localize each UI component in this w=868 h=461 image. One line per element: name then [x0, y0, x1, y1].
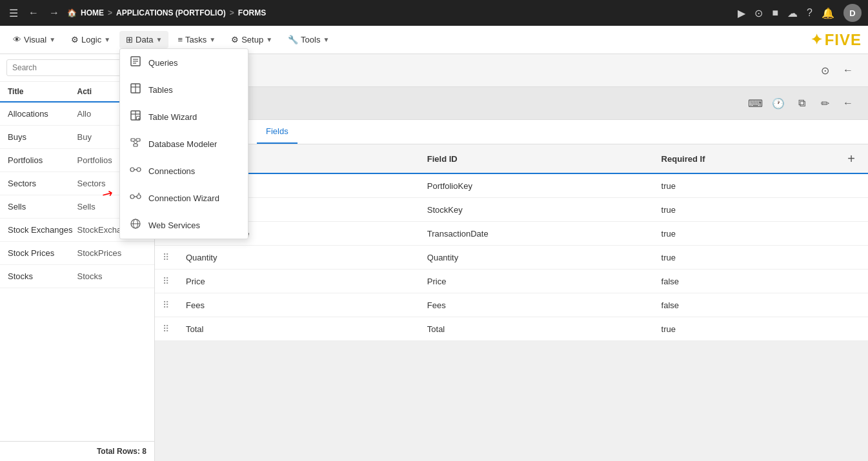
- top-bar: ☰ ← → 🏠 HOME > APPLICATIONS (PORTFOLIO) …: [0, 0, 868, 26]
- item-title: Portfolios: [8, 155, 77, 165]
- hamburger-icon[interactable]: ☰: [6, 5, 21, 22]
- svg-rect-13: [136, 139, 140, 141]
- nav-setup[interactable]: ⚙ Setup ▼: [225, 31, 279, 48]
- menu-table-wizard-label: Table Wizard: [148, 112, 197, 122]
- table-row: ⠿ Stock StockKey true: [155, 198, 868, 222]
- menu-connection-wizard[interactable]: ✦ Connection Wizard ↗: [120, 184, 248, 211]
- table-row: ⠿ Quantity Quantity true: [155, 246, 868, 270]
- field-id-cell: Price: [419, 270, 654, 293]
- menu-connections[interactable]: Connections: [120, 157, 248, 184]
- sep1: >: [108, 8, 112, 17]
- right-panel: Buys ⊙ ← General ⌨ 🕐 ⧉ ✏ ← General Event…: [155, 54, 868, 461]
- nav-tools-label: Tools: [301, 35, 320, 44]
- tasks-icon: ≡: [177, 35, 183, 44]
- field-id-cell: Fees: [419, 293, 654, 317]
- add-col-header: +: [834, 144, 868, 173]
- field-id-header: Field ID: [419, 144, 654, 173]
- list-item[interactable]: Stock Prices StockPrices: [0, 242, 154, 265]
- back-nav-icon[interactable]: ⊙: [815, 61, 834, 80]
- menu-connection-wizard-label: Connection Wizard: [148, 193, 219, 203]
- data-dropdown-menu: Queries Tables: [119, 48, 248, 239]
- back-icon[interactable]: ←: [26, 5, 41, 21]
- drag-handle[interactable]: ⠿: [163, 300, 169, 310]
- field-id-cell: Total: [419, 317, 654, 341]
- required-if-cell: true: [654, 198, 834, 222]
- logo-star: ✦: [811, 32, 822, 48]
- required-if-cell: true: [654, 246, 834, 270]
- list-item[interactable]: Stocks Stocks: [0, 265, 154, 288]
- breadcrumb-app[interactable]: APPLICATIONS (PORTFOLIO): [116, 8, 226, 17]
- visual-caret: ▼: [49, 36, 56, 43]
- logo-text: FIVE: [825, 31, 862, 49]
- breadcrumb: 🏠 HOME > APPLICATIONS (PORTFOLIO) > FORM…: [67, 8, 266, 17]
- svg-text:✦: ✦: [137, 191, 140, 195]
- help-icon[interactable]: ?: [807, 7, 812, 19]
- forward-icon[interactable]: →: [46, 5, 62, 21]
- nav-logic[interactable]: ⚙ Logic ▼: [65, 31, 117, 48]
- caption-cell: Price: [178, 270, 419, 293]
- menu-web-services-label: Web Services: [148, 221, 200, 230]
- list-footer: Total Rows: 8: [0, 441, 154, 461]
- edit-icon[interactable]: ✏: [815, 93, 834, 113]
- tables-icon: [129, 83, 142, 97]
- field-id-cell: Quantity: [419, 246, 654, 270]
- secondary-nav: 👁 Visual ▼ ⚙ Logic ▼ ⊞ Data ▼: [0, 26, 868, 54]
- required-if-cell: true: [654, 222, 834, 246]
- avatar[interactable]: D: [843, 4, 862, 22]
- svg-line-15: [133, 141, 136, 144]
- stop-icon[interactable]: ■: [772, 7, 778, 19]
- nav-setup-label: Setup: [241, 35, 263, 44]
- nav-visual[interactable]: 👁 Visual ▼: [6, 31, 62, 48]
- nav-tasks-label: Tasks: [185, 35, 207, 44]
- item-title: Allocations: [8, 109, 77, 119]
- prev-icon[interactable]: ←: [838, 61, 858, 80]
- breadcrumb-home[interactable]: HOME: [81, 8, 104, 17]
- copy-icon[interactable]: ⧉: [792, 93, 811, 113]
- play-icon[interactable]: ▶: [738, 7, 745, 19]
- right-header-actions: ⊙ ←: [815, 61, 858, 80]
- col-title-header: Title: [8, 87, 77, 96]
- home-icon: 🏠: [67, 8, 77, 17]
- menu-tables[interactable]: Tables: [120, 76, 248, 103]
- web-services-icon: [129, 218, 142, 232]
- total-rows: Total Rows: 8: [97, 447, 146, 456]
- menu-web-services[interactable]: Web Services: [120, 211, 248, 239]
- table-row: ⠿ Total Total true: [155, 317, 868, 341]
- required-if-cell: false: [654, 293, 834, 317]
- connection-wizard-icon: ✦: [129, 191, 142, 205]
- required-if-header: Required If: [654, 144, 834, 173]
- drag-handle[interactable]: ⠿: [163, 324, 169, 334]
- tools-caret: ▼: [323, 36, 329, 43]
- svg-rect-14: [134, 144, 137, 146]
- right-panel-header: Buys ⊙ ←: [155, 54, 868, 87]
- tasks-caret: ▼: [209, 36, 216, 43]
- back-arrow-icon[interactable]: ←: [838, 93, 858, 113]
- cloud-icon[interactable]: ☁: [787, 7, 798, 19]
- search-icon[interactable]: ⊙: [754, 7, 763, 19]
- nav-data[interactable]: ⊞ Data ▼ Queries: [119, 31, 168, 48]
- menu-database-modeler[interactable]: Database Modeler: [120, 130, 248, 157]
- logic-icon: ⚙: [71, 35, 79, 44]
- nav-tasks[interactable]: ≡ Tasks ▼: [171, 31, 222, 48]
- logic-caret: ▼: [104, 36, 110, 43]
- monitor-icon[interactable]: ⌨: [745, 93, 765, 113]
- item-title: Sells: [8, 202, 77, 211]
- menu-table-wizard[interactable]: ✦ Table Wizard: [120, 103, 248, 130]
- menu-queries-label: Queries: [148, 58, 178, 68]
- nav-tools[interactable]: 🔧 Tools ▼: [281, 31, 336, 48]
- tab-fields[interactable]: Fields: [257, 120, 298, 144]
- history-icon[interactable]: 🕐: [769, 93, 788, 113]
- drag-handle[interactable]: ⠿: [163, 276, 169, 286]
- required-if-cell: true: [654, 317, 834, 341]
- svg-line-16: [136, 141, 138, 144]
- notification-icon[interactable]: 🔔: [822, 7, 834, 19]
- breadcrumb-forms[interactable]: FORMS: [238, 8, 266, 17]
- add-field-button[interactable]: +: [842, 150, 860, 168]
- menu-queries[interactable]: Queries: [120, 49, 248, 76]
- table-row: ⠿ Portfolio PortfolioKey true: [155, 173, 868, 198]
- svg-point-17: [130, 168, 134, 172]
- nav-data-label: Data: [136, 35, 153, 44]
- svg-point-20: [130, 195, 134, 199]
- drag-handle[interactable]: ⠿: [163, 252, 169, 262]
- setup-caret: ▼: [266, 36, 272, 43]
